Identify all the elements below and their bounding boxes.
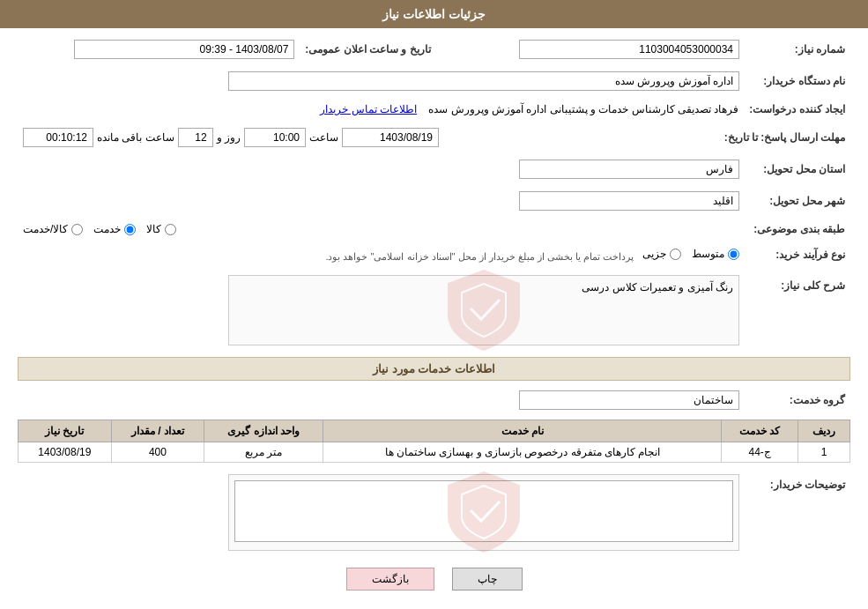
need-number-label: شماره نیاز: — [745, 37, 850, 62]
info-table-2: نام دستگاه خریدار: — [18, 69, 850, 93]
deadline-label: مهلت ارسال پاسخ: تا تاریخ: — [719, 125, 850, 150]
category-kala-khidmat-label: کالا/خدمت — [23, 223, 68, 235]
col-code: کد خدمت — [722, 420, 798, 442]
info-table-4: مهلت ارسال پاسخ: تا تاریخ: ساعت باقی مان… — [18, 125, 850, 150]
page-title: جزئیات اطلاعات نیاز — [382, 7, 486, 21]
info-table-6: شهر محل تحویل: — [18, 189, 850, 213]
col-unit: واحد اندازه گیری — [204, 420, 323, 442]
cell-unit: متر مربع — [204, 442, 323, 462]
creator-link[interactable]: اطلاعات تماس خریدار — [320, 103, 417, 115]
info-table-9: شرح کلی نیاز: رنگ آمیزی و تعمیرات کلاس د… — [18, 272, 850, 348]
col-row: ردیف — [798, 420, 850, 442]
province-input[interactable] — [519, 160, 739, 179]
category-kala-label: کالا — [146, 223, 161, 235]
buyer-org-value — [18, 69, 745, 93]
info-table-8: نوع فرآیند خرید: جزیی متوسط پرداخت تم — [18, 245, 850, 265]
purchase-type-mutavasset[interactable]: متوسط — [692, 248, 739, 260]
creator-value: فرهاد تصدیقی کارشناس خدمات و پشتیبانی اد… — [18, 100, 744, 118]
deadline-remaining-input[interactable] — [23, 128, 93, 147]
col-date: تاریخ نیاز — [19, 420, 112, 442]
radio-khidmat[interactable] — [124, 224, 136, 235]
services-section-title: اطلاعات خدمات مورد نیاز — [18, 357, 850, 381]
city-input[interactable] — [519, 191, 739, 211]
buyer-org-input[interactable] — [228, 71, 739, 91]
back-button[interactable]: بازگشت — [346, 568, 434, 590]
buyer-desc-container — [228, 474, 739, 551]
info-table-1: شماره نیاز: تاریخ و ساعت اعلان عمومی: — [18, 37, 850, 62]
col-qty: تعداد / مقدار — [111, 420, 204, 442]
general-desc-container: رنگ آمیزی و تعمیرات کلاس درسی — [228, 275, 739, 345]
buyer-desc-field — [18, 472, 745, 553]
cell-row: 1 — [798, 442, 850, 462]
deadline-date-input[interactable] — [342, 128, 439, 147]
province-value — [18, 157, 745, 182]
creator-text: فرهاد تصدیقی کارشناس خدمات و پشتیبانی اد… — [428, 103, 738, 115]
radio-kala[interactable] — [165, 224, 176, 235]
announce-datetime-input[interactable] — [74, 40, 294, 59]
deadline-time-label: ساعت — [309, 131, 338, 144]
purchase-type-note: پرداخت تمام یا بخشی از مبلغ خریدار از مح… — [325, 251, 634, 262]
service-group-value — [18, 388, 745, 412]
radio-jozi[interactable] — [670, 249, 681, 260]
purchase-type-label: نوع فرآیند خرید: — [745, 245, 850, 265]
cell-quantity: 400 — [111, 442, 204, 462]
purchase-type-jozi[interactable]: جزیی — [642, 248, 681, 260]
table-row: 1ج-44انجام کارهای متفرقه درخصوص بازسازی … — [19, 442, 850, 462]
service-group-input[interactable] — [519, 390, 739, 410]
category-kala[interactable]: کالا — [146, 223, 176, 235]
cell-code: ج-44 — [722, 442, 798, 462]
button-row: بازگشت چاپ — [18, 568, 850, 590]
info-table-3: ایجاد کننده درخواست: فرهاد تصدیقی کارشنا… — [18, 100, 850, 118]
announce-datetime-label: تاریخ و ساعت اعلان عمومی: — [300, 37, 435, 62]
general-desc-text: رنگ آمیزی و تعمیرات کلاس درسی — [582, 281, 733, 293]
main-content: شماره نیاز: تاریخ و ساعت اعلان عمومی: نا… — [0, 28, 868, 609]
announce-datetime-value — [18, 37, 300, 62]
info-table-10: گروه خدمت: — [18, 388, 850, 412]
service-group-label: گروه خدمت: — [745, 388, 850, 412]
province-label: استان محل تحویل: — [745, 157, 850, 182]
info-table-11: توضیحات خریدار: — [18, 472, 850, 553]
city-value — [18, 189, 745, 213]
cell-date: 1403/08/19 — [19, 442, 112, 462]
print-button[interactable]: چاپ — [452, 568, 523, 590]
deadline-time-input[interactable] — [244, 128, 306, 147]
cell-name: انجام کارهای متفرقه درخصوص بازسازی و بهس… — [323, 442, 722, 462]
ptype-mutavasset-label: متوسط — [692, 248, 724, 260]
city-label: شهر محل تحویل: — [745, 189, 850, 213]
radio-mutavasset[interactable] — [728, 249, 739, 260]
category-khidmat[interactable]: خدمت — [93, 223, 136, 235]
category-label: طبقه بندی موضوعی: — [745, 220, 850, 238]
info-table-7: طبقه بندی موضوعی: کالا/خدمت خدمت — [18, 220, 850, 238]
need-number-value — [463, 37, 745, 62]
category-options: کالا/خدمت خدمت کالا — [18, 220, 745, 238]
general-desc-label: شرح کلی نیاز: — [745, 272, 850, 348]
page-header: جزئیات اطلاعات نیاز — [0, 0, 868, 28]
category-khidmat-label: خدمت — [93, 223, 121, 235]
deadline-days-input[interactable] — [178, 128, 213, 147]
general-desc-field: رنگ آمیزی و تعمیرات کلاس درسی — [18, 272, 745, 348]
purchase-type-row: جزیی متوسط پرداخت تمام یا بخشی از مبلغ خ… — [18, 245, 745, 265]
creator-label: ایجاد کننده درخواست: — [744, 100, 850, 118]
page-wrapper: جزئیات اطلاعات نیاز شماره نیاز: تاریخ و … — [0, 0, 868, 609]
services-table: ردیف کد خدمت نام خدمت واحد اندازه گیری ت… — [18, 420, 850, 463]
category-kala-khidmat[interactable]: کالا/خدمت — [23, 223, 83, 235]
deadline-day-label: روز و — [217, 131, 241, 144]
buyer-org-label: نام دستگاه خریدار: — [745, 69, 850, 93]
buyer-desc-textarea[interactable] — [234, 480, 733, 542]
deadline-row: ساعت باقی مانده روز و ساعت — [18, 125, 719, 150]
deadline-remaining-label: ساعت باقی مانده — [97, 131, 174, 144]
col-name: نام خدمت — [323, 420, 722, 442]
buyer-desc-label: توضیحات خریدار: — [745, 472, 850, 553]
radio-kala-khidmat[interactable] — [71, 224, 83, 235]
ptype-jozi-label: جزیی — [642, 248, 666, 260]
need-number-input[interactable] — [519, 40, 739, 59]
info-table-5: استان محل تحویل: — [18, 157, 850, 182]
